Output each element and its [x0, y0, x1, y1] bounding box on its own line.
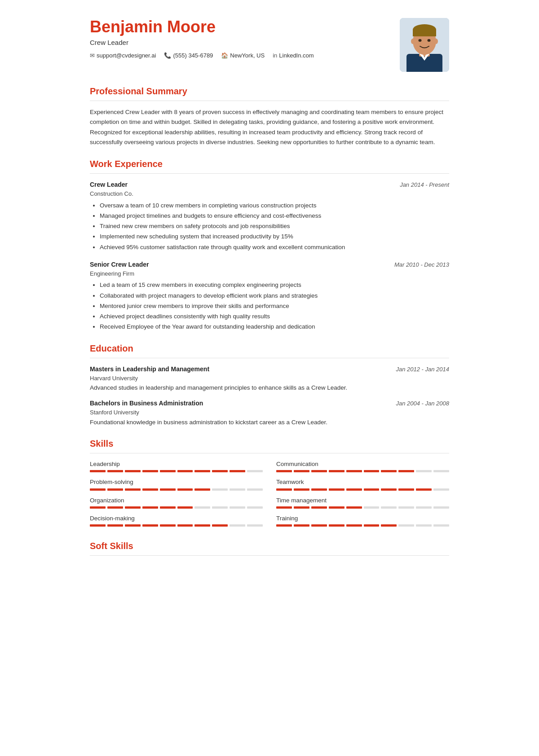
linkedin-contact: in LinkedIn.com [273, 51, 314, 60]
skill-segment [107, 524, 123, 527]
edu-degree: Bachelors in Business Administration [90, 399, 203, 408]
skill-segment [311, 506, 327, 509]
skill-segment [230, 506, 245, 509]
skill-segment [230, 488, 245, 491]
job-title: Senior Crew Leader [90, 260, 149, 269]
header-info: Benjamin Moore Crew Leader ✉ support@cvd… [90, 18, 314, 60]
skill-segment [160, 524, 176, 527]
skill-name: Communication [276, 460, 449, 469]
skill-segment [381, 524, 397, 527]
skill-segment [125, 470, 141, 472]
skill-segment [177, 488, 193, 491]
summary-title: Professional Summary [90, 84, 449, 98]
skill-segment [230, 470, 245, 472]
skill-segment [194, 488, 210, 491]
skill-segment [364, 488, 380, 491]
skill-segment [90, 506, 106, 509]
list-item: Oversaw a team of 10 crew members in com… [100, 201, 449, 210]
skill-segment [90, 488, 106, 491]
skill-bar [90, 506, 263, 509]
skill-segment [142, 524, 158, 527]
list-item: Managed project timelines and budgets to… [100, 211, 449, 220]
skills-title: Skills [90, 437, 449, 450]
experience-divider [90, 173, 449, 174]
skill-segment [433, 470, 449, 472]
job-date: Mar 2010 - Dec 2013 [394, 260, 449, 269]
skill-bar [276, 488, 449, 491]
skill-bar [276, 524, 449, 527]
svg-rect-7 [413, 30, 436, 36]
skill-bar [276, 470, 449, 472]
edu-institution: Harvard University [90, 374, 449, 383]
skill-bar [90, 488, 263, 491]
skill-segment [433, 506, 449, 509]
skill-segment [329, 524, 345, 527]
jobs-list: Crew LeaderJan 2014 - PresentConstructio… [90, 180, 449, 332]
edu-header: Masters in Leadership and ManagementJan … [90, 365, 449, 374]
skill-segment [177, 524, 193, 527]
summary-section: Professional Summary Experienced Crew Le… [90, 84, 449, 147]
skill-bar [276, 506, 449, 509]
skill-item: Problem-solving [90, 478, 263, 490]
skill-segment [294, 524, 309, 527]
skill-segment [329, 470, 345, 472]
list-item: Implemented new scheduling system that i… [100, 232, 449, 241]
skill-segment [346, 506, 362, 509]
phone-contact: 📞 (555) 345-6789 [164, 51, 213, 60]
edu-desc: Foundational knowledge in business admin… [90, 418, 449, 427]
resume-header: Benjamin Moore Crew Leader ✉ support@cvd… [90, 18, 449, 72]
job-header: Crew LeaderJan 2014 - Present [90, 180, 449, 189]
skill-segment [276, 524, 292, 527]
list-item: Achieved project deadlines consistently … [100, 312, 449, 321]
skill-segment [212, 524, 228, 527]
skill-name: Training [276, 514, 449, 523]
job-bullets: Led a team of 15 crew members in executi… [90, 281, 449, 331]
education-divider [90, 358, 449, 358]
skill-segment [311, 470, 327, 472]
candidate-name: Benjamin Moore [90, 18, 314, 36]
skill-segment [107, 470, 123, 472]
skill-segment [276, 470, 292, 472]
skill-item: Organization [90, 496, 263, 509]
skills-section: Skills LeadershipCommunicationProblem-so… [90, 437, 449, 529]
skill-segment [247, 524, 263, 527]
svg-point-9 [428, 39, 431, 42]
skill-segment [212, 506, 228, 509]
skill-segment [160, 506, 176, 509]
skill-segment [433, 488, 449, 491]
skill-segment [194, 506, 210, 509]
skill-segment [364, 506, 380, 509]
edu-header: Bachelors in Business AdministrationJan … [90, 399, 449, 408]
skill-bar [90, 524, 263, 527]
phone-icon: 📞 [164, 51, 171, 60]
skills-grid: LeadershipCommunicationProblem-solvingTe… [90, 460, 449, 529]
job-header: Senior Crew LeaderMar 2010 - Dec 2013 [90, 260, 449, 269]
skill-segment [381, 506, 397, 509]
skill-name: Problem-solving [90, 478, 263, 487]
skill-segment [398, 524, 414, 527]
job-entry: Crew LeaderJan 2014 - PresentConstructio… [90, 180, 449, 252]
avatar [400, 18, 449, 72]
soft-skills-divider [90, 555, 449, 556]
skill-segment [194, 524, 210, 527]
email-icon: ✉ [90, 51, 95, 60]
job-company: Construction Co. [90, 189, 449, 198]
skill-segment [177, 470, 193, 472]
experience-title: Work Experience [90, 157, 449, 171]
skill-segment [294, 506, 309, 509]
skill-segment [416, 506, 432, 509]
list-item: Achieved 95% customer satisfaction rate … [100, 243, 449, 252]
linkedin-icon: in [273, 51, 277, 60]
education-entry: Masters in Leadership and ManagementJan … [90, 365, 449, 393]
skill-name: Organization [90, 496, 263, 505]
skill-segment [160, 470, 176, 472]
skill-segment [125, 524, 141, 527]
skill-name: Leadership [90, 460, 263, 469]
education-title: Education [90, 342, 449, 355]
list-item: Received Employee of the Year award for … [100, 322, 449, 331]
skill-segment [160, 488, 176, 491]
skill-segment [107, 506, 123, 509]
skill-segment [142, 488, 158, 491]
skill-segment [346, 524, 362, 527]
skill-segment [329, 488, 345, 491]
